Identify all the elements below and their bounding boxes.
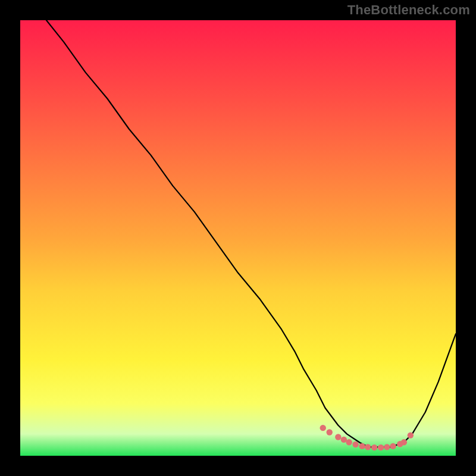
- watermark-text: TheBottleneck.com: [347, 2, 470, 18]
- valley-dot: [365, 444, 371, 450]
- valley-dot: [378, 444, 384, 450]
- valley-dot: [359, 443, 365, 449]
- valley-dot: [352, 441, 358, 447]
- valley-dot: [390, 443, 396, 449]
- valley-dot: [327, 429, 333, 435]
- plot-area: [20, 20, 456, 456]
- valley-dot: [335, 434, 341, 440]
- valley-dot: [384, 444, 390, 450]
- valley-dot: [401, 439, 407, 445]
- valley-dot: [371, 444, 377, 450]
- valley-dot: [408, 432, 414, 438]
- chart-frame: TheBottleneck.com: [0, 0, 476, 476]
- valley-dot: [346, 439, 352, 445]
- dots-layer: [20, 20, 456, 456]
- valley-dot: [320, 425, 326, 431]
